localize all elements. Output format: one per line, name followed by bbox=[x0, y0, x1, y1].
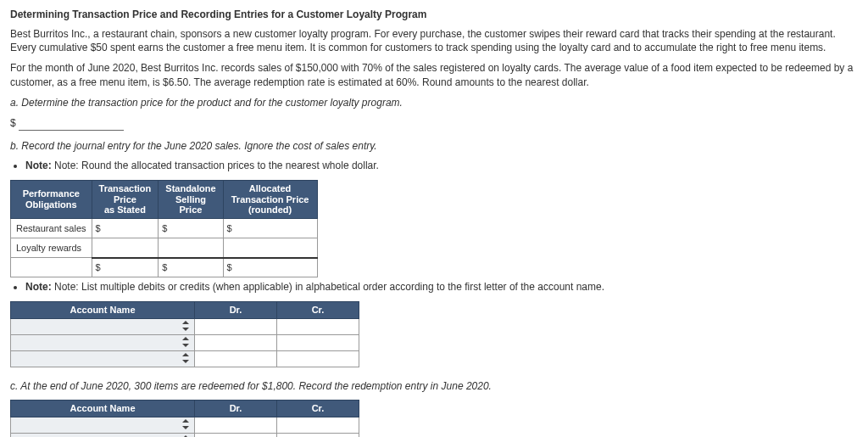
je-b-th-account: Account Name bbox=[11, 302, 195, 319]
je-b-th-dr: Dr. bbox=[195, 302, 277, 319]
je-b-account-3[interactable] bbox=[11, 351, 194, 367]
note-alphabetical: Note: Note: List multiple debits or cred… bbox=[25, 281, 858, 293]
alloc-th-standalone: StandaloneSellingPrice bbox=[159, 181, 223, 219]
dollar-sign: $ bbox=[162, 223, 167, 233]
je-b-account-1[interactable] bbox=[11, 319, 194, 334]
alloc-loyalty-stated-input[interactable] bbox=[92, 241, 159, 255]
alloc-restaurant-standalone-input[interactable] bbox=[169, 221, 222, 235]
page-title: Determining Transaction Price and Record… bbox=[10, 8, 858, 20]
dollar-sign: $ bbox=[96, 223, 101, 233]
alloc-loyalty-standalone-input[interactable] bbox=[159, 241, 222, 255]
je-c-dr-2[interactable] bbox=[195, 434, 276, 437]
paragraph-intro-2: For the month of June 2020, Best Burrito… bbox=[10, 61, 858, 88]
je-c-cr-2[interactable] bbox=[277, 434, 359, 437]
alloc-row-total bbox=[11, 258, 92, 277]
part-c-prompt: c. At the end of June 2020, 300 items ar… bbox=[10, 379, 858, 393]
part-a-prompt: a. Determine the transaction price for t… bbox=[10, 96, 858, 109]
je-c-cr-1[interactable] bbox=[277, 418, 359, 432]
je-b-dr-3[interactable] bbox=[195, 352, 276, 366]
alloc-restaurant-allocated-input[interactable] bbox=[234, 221, 317, 235]
paragraph-intro-1: Best Burritos Inc., a restaurant chain, … bbox=[10, 27, 858, 54]
alloc-row-restaurant: Restaurant sales bbox=[11, 219, 92, 238]
alloc-total-stated-input[interactable] bbox=[103, 261, 159, 274]
dollar-sign: $ bbox=[227, 262, 232, 272]
je-c-th-dr: Dr. bbox=[195, 400, 277, 417]
part-b-prompt: b. Record the journal entry for the June… bbox=[10, 139, 858, 153]
je-b-dr-1[interactable] bbox=[195, 320, 276, 333]
je-b-dr-2[interactable] bbox=[195, 336, 276, 350]
alloc-restaurant-stated-input[interactable] bbox=[103, 221, 159, 235]
je-b-account-2[interactable] bbox=[11, 335, 194, 350]
allocation-table: PerformanceObligations TransactionPricea… bbox=[10, 180, 318, 277]
alloc-loyalty-allocated-input[interactable] bbox=[224, 241, 317, 255]
dollar-sign: $ bbox=[227, 223, 232, 233]
alloc-th-allocated: AllocatedTransaction Price(rounded) bbox=[223, 181, 317, 219]
je-c-th-account: Account Name bbox=[11, 400, 195, 417]
alloc-total-allocated-input[interactable] bbox=[234, 261, 317, 274]
je-b-cr-1[interactable] bbox=[277, 320, 359, 333]
je-c-account-1[interactable] bbox=[11, 417, 194, 433]
journal-entry-b-table: Account Name Dr. Cr. bbox=[10, 301, 359, 367]
note-rounding: Note: Note: Round the allocated transact… bbox=[25, 160, 858, 171]
je-b-th-cr: Cr. bbox=[277, 302, 359, 319]
alloc-row-loyalty: Loyalty rewards bbox=[11, 238, 92, 258]
dollar-sign: $ bbox=[10, 117, 16, 129]
alloc-total-standalone-input[interactable] bbox=[169, 261, 222, 274]
je-b-cr-3[interactable] bbox=[277, 352, 359, 366]
alloc-th-perf: PerformanceObligations bbox=[11, 181, 92, 219]
dollar-sign: $ bbox=[96, 262, 101, 272]
transaction-price-input[interactable] bbox=[19, 116, 124, 131]
alloc-th-stated: TransactionPriceas Stated bbox=[92, 181, 159, 219]
je-c-th-cr: Cr. bbox=[277, 400, 359, 417]
je-c-dr-1[interactable] bbox=[195, 418, 276, 432]
journal-entry-c-table: Account Name Dr. Cr. bbox=[10, 400, 359, 437]
dollar-sign: $ bbox=[162, 262, 167, 272]
je-c-account-2[interactable] bbox=[11, 434, 194, 437]
je-b-cr-2[interactable] bbox=[277, 336, 359, 350]
